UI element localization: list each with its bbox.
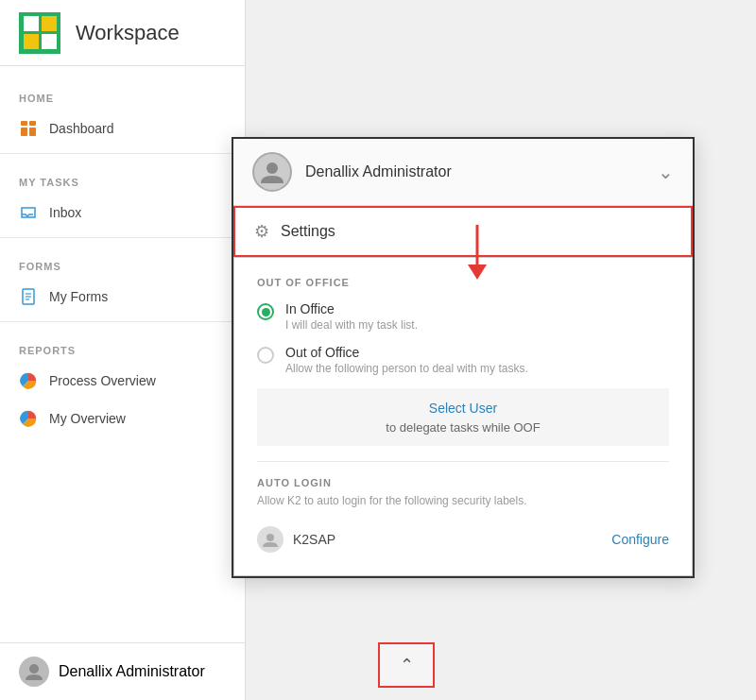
svg-point-11 — [266, 162, 278, 174]
oof-section: OUT OF OFFICE In Office I will deal with… — [234, 258, 692, 461]
in-office-label: In Office — [285, 301, 418, 316]
forms-icon — [19, 287, 38, 306]
sidebar-item-inbox[interactable]: Inbox — [0, 194, 245, 231]
k2sap-left: K2SAP — [257, 526, 335, 553]
dropdown-avatar — [252, 152, 292, 192]
sidebar-label-dashboard: Dashboard — [49, 121, 114, 136]
out-of-office-label: Out of Office — [285, 345, 528, 360]
in-office-text: In Office I will deal with my task list. — [285, 301, 418, 332]
sidebar-item-my-forms[interactable]: My Forms — [0, 278, 245, 316]
footer-username: Denallix Administrator — [59, 663, 205, 680]
inbox-icon — [19, 203, 38, 222]
logo-cell-1 — [24, 16, 39, 31]
svg-rect-0 — [21, 121, 27, 126]
section-forms: FORMS — [0, 244, 245, 278]
process-icon — [19, 371, 38, 390]
app-title: Workspace — [76, 21, 180, 45]
footer-avatar — [19, 657, 49, 687]
k2sap-icon — [257, 526, 284, 553]
svg-point-12 — [266, 534, 274, 541]
select-user-link[interactable]: Select User — [429, 401, 497, 416]
settings-panel: OUT OF OFFICE In Office I will deal with… — [233, 257, 693, 576]
configure-link[interactable]: Configure — [611, 532, 669, 547]
settings-label: Settings — [281, 223, 335, 240]
section-home: HOME — [0, 76, 245, 110]
k2sap-row: K2SAP Configure — [257, 519, 669, 560]
section-reports: REPORTS — [0, 328, 245, 362]
out-of-office-radio[interactable] — [257, 347, 274, 364]
sidebar-label-inbox: Inbox — [49, 205, 81, 220]
app-logo — [19, 12, 60, 54]
chevron-down-icon[interactable]: ⌄ — [658, 161, 674, 183]
gear-icon: ⚙ — [254, 221, 269, 242]
section-tasks: MY TASKS — [0, 160, 245, 194]
auto-login-sub: Allow K2 to auto login for the following… — [257, 494, 669, 507]
svg-marker-14 — [468, 265, 487, 280]
sidebar-label-my-forms: My Forms — [49, 289, 108, 304]
user-dropdown: Denallix Administrator ⌄ ⚙ Settings OUT … — [232, 137, 695, 578]
svg-point-10 — [29, 664, 39, 674]
arrow-indicator — [463, 225, 491, 285]
divider-3 — [0, 321, 245, 322]
sidebar-label-process-overview: Process Overview — [49, 373, 156, 388]
sidebar-item-my-overview[interactable]: My Overview — [0, 400, 245, 437]
sidebar-footer[interactable]: Denallix Administrator — [0, 642, 245, 700]
sidebar-item-dashboard[interactable]: Dashboard — [0, 110, 245, 147]
sidebar-header: Workspace — [0, 0, 245, 66]
radio-dot — [262, 308, 270, 316]
svg-rect-3 — [29, 128, 36, 136]
divider-1 — [0, 153, 245, 154]
sidebar-label-my-overview: My Overview — [49, 411, 126, 426]
in-office-radio[interactable] — [257, 303, 274, 320]
divider-2 — [0, 237, 245, 238]
dropdown-header: Denallix Administrator ⌄ — [233, 139, 693, 206]
svg-rect-1 — [29, 121, 36, 126]
k2sap-label: K2SAP — [293, 532, 335, 547]
out-of-office-option[interactable]: Out of Office Allow the following person… — [257, 345, 669, 375]
chevron-up-icon: ⌃ — [400, 655, 414, 675]
sidebar: Workspace HOME Dashboard MY TASKS — [0, 0, 246, 700]
in-office-sub: I will deal with my task list. — [285, 318, 418, 332]
svg-rect-2 — [21, 128, 27, 136]
dropdown-username: Denallix Administrator — [305, 163, 452, 180]
dashboard-icon — [19, 119, 38, 138]
out-of-office-text: Out of Office Allow the following person… — [285, 345, 528, 375]
my-overview-icon — [19, 409, 38, 428]
collapse-button[interactable]: ⌃ — [378, 642, 435, 688]
delegate-text: to delegate tasks while OOF — [272, 420, 654, 435]
out-of-office-sub: Allow the following person to deal with … — [285, 362, 528, 375]
logo-cell-4 — [42, 34, 57, 49]
sidebar-item-process-overview[interactable]: Process Overview — [0, 362, 245, 400]
auto-login-title: AUTO LOGIN — [257, 477, 669, 488]
logo-cell-2 — [42, 16, 57, 31]
sidebar-nav: HOME Dashboard MY TASKS Inbox — [0, 66, 245, 642]
dropdown-user-info: Denallix Administrator — [252, 152, 452, 192]
in-office-option[interactable]: In Office I will deal with my task list. — [257, 301, 669, 332]
delegate-box: Select User to delegate tasks while OOF — [257, 388, 669, 446]
auto-login-section: AUTO LOGIN Allow K2 to auto login for th… — [234, 462, 692, 575]
logo-cell-3 — [24, 34, 39, 49]
